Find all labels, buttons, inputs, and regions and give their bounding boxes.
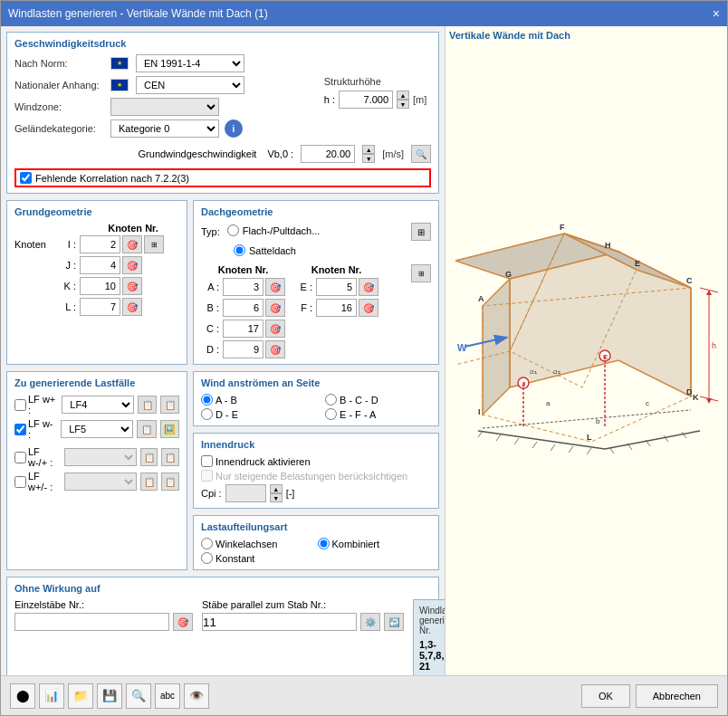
staebe-parallel-input[interactable] — [202, 613, 357, 631]
wind-de-radio[interactable] — [201, 408, 213, 420]
knoten-k-input[interactable] — [80, 277, 120, 295]
dach-d-pick[interactable]: 🎯 — [265, 340, 285, 358]
footer-btn-7[interactable]: 👁️ — [184, 683, 209, 709]
footer-btn-2[interactable]: 📊 — [39, 683, 64, 709]
kombiniert-radio[interactable] — [318, 538, 330, 549]
lf-wmp-btn2[interactable]: 📋 — [161, 448, 179, 466]
lf-wm-btn1[interactable]: 📋 — [137, 420, 156, 438]
lf-wm-select[interactable]: LF5 — [61, 420, 133, 438]
vb0-search-button[interactable]: 🔍 — [411, 145, 431, 163]
kombiniert-label[interactable]: Kombiniert — [318, 538, 432, 549]
lf-wpm-select[interactable] — [64, 473, 137, 491]
lf-wm-btn2[interactable]: 🖼️ — [160, 420, 179, 438]
innendruck-aktivieren-checkbox[interactable] — [201, 455, 213, 467]
lf-wmp-select[interactable] — [64, 448, 137, 466]
svg-text:G: G — [505, 270, 512, 279]
footer-btn-4[interactable]: 💾 — [97, 683, 122, 709]
wind-efa-label[interactable]: E - F - A — [325, 408, 431, 420]
lf-wp-btn2[interactable]: 📋 — [160, 396, 179, 414]
footer-btn-5[interactable]: 🔍 — [126, 683, 151, 709]
dach-a-input[interactable] — [223, 278, 263, 296]
lf-wp-btn1[interactable]: 📋 — [138, 396, 157, 414]
lf-wpm-btn1[interactable]: 📋 — [140, 473, 158, 491]
dach-e-pick[interactable]: 🎯 — [359, 278, 378, 296]
dach-c-pick[interactable]: 🎯 — [265, 320, 285, 338]
konstant-radio[interactable] — [201, 552, 213, 564]
knoten-i-input[interactable] — [80, 235, 120, 253]
winkelachsen-label[interactable]: Winkelachsen — [201, 538, 315, 549]
fehlende-korrelation-label[interactable]: Fehlende Korrelation nach 7.2.2(3) — [14, 168, 431, 187]
knoten-k-pick-button[interactable]: 🎯 — [122, 277, 142, 295]
cpi-spin-up[interactable]: ▲ — [270, 484, 283, 493]
knoten-j-pick-button[interactable]: 🎯 — [122, 256, 142, 274]
nach-norm-select[interactable]: EN 1991-1-4 — [136, 54, 244, 72]
lf-wp-select[interactable]: LF4 — [62, 396, 134, 414]
lf-wpm-btn2[interactable]: 📋 — [161, 473, 179, 491]
staebe-parallel-btn1[interactable]: ⚙️ — [360, 613, 380, 631]
abbrechen-button[interactable]: Abbrechen — [636, 684, 718, 708]
vb0-spin-up[interactable]: ▲ — [362, 145, 375, 154]
fehlende-korrelation-checkbox[interactable] — [20, 172, 32, 184]
gelaendekategorie-select[interactable]: Kategorie 0 — [110, 119, 219, 138]
sattel-radio[interactable] — [234, 244, 245, 256]
steigende-label[interactable]: Nur steigende Belastungen berücksichtige… — [201, 470, 431, 482]
dach-d-input[interactable] — [223, 340, 263, 358]
info-button[interactable]: i — [225, 119, 243, 138]
flach-radio-label[interactable]: Flach-/Pultdach... — [227, 224, 321, 236]
wind-bcd-label[interactable]: B - C - D — [325, 394, 431, 406]
wind-ab-radio[interactable] — [201, 394, 213, 406]
knoten-j-input[interactable] — [80, 256, 120, 274]
ok-button[interactable]: OK — [581, 684, 630, 708]
winkelachsen-radio[interactable] — [201, 538, 213, 549]
svg-line-43 — [532, 442, 537, 448]
h-spin-down[interactable]: ▼ — [397, 100, 409, 109]
dach-f-pick[interactable]: 🎯 — [359, 299, 378, 317]
lf-wpm-checkbox[interactable] — [14, 476, 26, 488]
grundgeometrie-title: Grundgeometrie — [14, 206, 179, 217]
steigende-text: Nur steigende Belastungen berücksichtige… — [216, 471, 407, 482]
vb0-input[interactable] — [301, 145, 355, 163]
knoten-l-pick-button[interactable]: 🎯 — [122, 298, 142, 316]
wind-bcd-radio[interactable] — [325, 394, 337, 406]
einzelstaebe-btn[interactable]: 🎯 — [173, 613, 193, 631]
knoten-label: Knoten — [14, 239, 62, 250]
knoten-i-extra-button[interactable]: ⊞ — [144, 235, 164, 253]
cpi-input[interactable] — [225, 484, 266, 502]
footer-btn-3[interactable]: 📁 — [68, 683, 93, 709]
close-button[interactable]: × — [713, 6, 720, 21]
windzone-label: Windzone: — [14, 101, 105, 112]
windzone-select[interactable] — [110, 98, 219, 116]
lf-wm-checkbox[interactable] — [14, 424, 26, 435]
wind-ab-label[interactable]: A - B — [201, 394, 307, 406]
cpi-spin-down[interactable]: ▼ — [270, 493, 283, 502]
dach-b-input[interactable] — [223, 299, 263, 317]
dach-c-input[interactable] — [223, 320, 263, 338]
dach-f-input[interactable] — [316, 299, 357, 317]
dach-a-pick[interactable]: 🎯 — [265, 278, 285, 296]
dach-b-pick[interactable]: 🎯 — [265, 299, 285, 317]
konstant-label[interactable]: Konstant — [201, 552, 315, 564]
dach-extra-button[interactable]: ⊞ — [411, 264, 431, 282]
wind-efa-radio[interactable] — [325, 408, 337, 420]
staebe-parallel-input-row: ⚙️ ↩️ — [202, 613, 404, 631]
h-spin-up[interactable]: ▲ — [397, 91, 409, 100]
lf-wmp-btn1[interactable]: 📋 — [140, 448, 158, 466]
staebe-parallel-btn2[interactable]: ↩️ — [384, 613, 404, 631]
einzelstaebe-input[interactable] — [14, 613, 169, 631]
vb0-spin-down[interactable]: ▼ — [362, 154, 375, 163]
nationaler-anhang-select[interactable]: CEN — [136, 76, 244, 94]
h-input[interactable]: 7.000 — [339, 91, 393, 109]
knoten-l-input[interactable] — [80, 298, 120, 316]
innendruck-aktivieren-label[interactable]: Innendruck aktivieren — [201, 455, 431, 467]
dach-typ-button[interactable]: ⊞ — [411, 223, 431, 241]
lf-wmp-checkbox[interactable] — [14, 452, 26, 463]
footer-btn-6[interactable]: abc — [155, 683, 180, 709]
svg-text:α₂: α₂ — [553, 368, 560, 376]
flach-radio[interactable] — [227, 224, 239, 236]
wind-de-label[interactable]: D - E — [201, 408, 307, 420]
sattel-radio-label[interactable]: Satteldach — [234, 244, 296, 256]
lf-wp-checkbox[interactable] — [14, 399, 26, 411]
knoten-i-pick-button[interactable]: 🎯 — [122, 235, 142, 253]
dach-e-input[interactable] — [316, 278, 357, 296]
footer-btn-1[interactable]: ⬤ — [10, 683, 35, 709]
